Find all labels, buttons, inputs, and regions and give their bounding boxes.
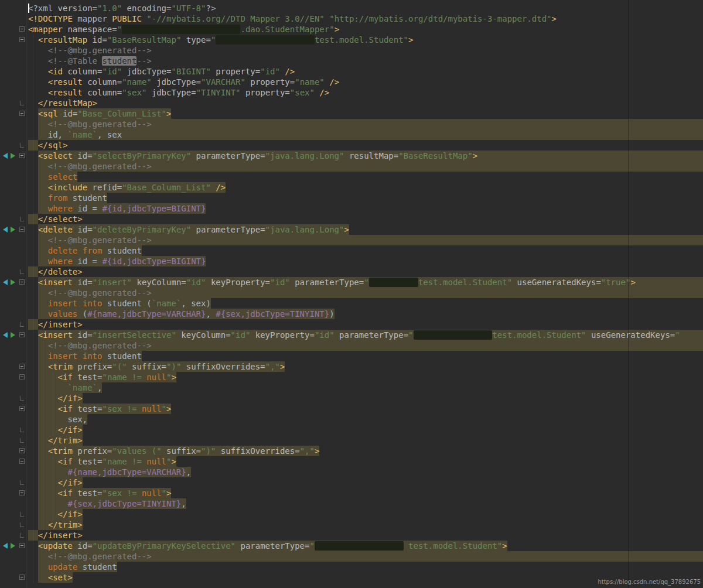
code-line[interactable]: </delete> — [28, 266, 703, 277]
fold-end-marker-icon[interactable] — [20, 396, 24, 401]
code-line[interactable]: </insert> — [28, 530, 703, 541]
gutter-row — [0, 224, 26, 235]
token-val: "TINYINT" — [196, 88, 241, 97]
code-line[interactable]: </sql> — [28, 140, 703, 151]
fold-start-marker-icon[interactable] — [19, 37, 25, 42]
fold-start-marker-icon[interactable] — [19, 26, 25, 32]
code-line[interactable]: <!--@mbg.generated--> — [28, 235, 703, 245]
code-lines: <?xml version="1.0" encoding="UTF-8"?><!… — [28, 3, 703, 583]
code-line[interactable]: </if> — [28, 393, 703, 404]
code-line[interactable]: <if test="name != null"> — [28, 372, 703, 382]
code-line[interactable]: <result column="name" jdbcType="VARCHAR"… — [28, 77, 703, 87]
fold-end-marker-icon[interactable] — [20, 522, 24, 527]
code-line[interactable]: insert into student (`name`, sex) — [28, 298, 703, 309]
code-line[interactable]: from student — [28, 193, 703, 203]
code-line[interactable]: </trim> — [28, 435, 703, 446]
mybatis-interface-arrow-icon[interactable] — [3, 153, 8, 159]
mybatis-statement-arrow-icon[interactable] — [11, 153, 15, 159]
code-line[interactable]: <!--@mbg.generated--> — [28, 119, 703, 129]
fold-end-marker-icon[interactable] — [20, 322, 24, 327]
fold-start-marker-icon[interactable] — [19, 364, 25, 369]
code-line[interactable]: #{name,jdbcType=VARCHAR}, — [28, 467, 703, 477]
code-line[interactable]: <!--@mbg.generated--> — [28, 161, 703, 172]
fold-end-marker-icon[interactable] — [20, 101, 24, 105]
code-line[interactable]: delete from student — [28, 245, 703, 256]
fold-end-marker-icon[interactable] — [20, 428, 24, 432]
fold-start-marker-icon[interactable] — [19, 490, 25, 495]
code-line[interactable]: select — [28, 172, 703, 182]
code-line[interactable]: <id column="id" jdbcType="BIGINT" proper… — [28, 66, 703, 77]
code-line[interactable]: </trim> — [28, 519, 703, 530]
code-line[interactable]: insert into student — [28, 351, 703, 361]
code-line[interactable]: <include refid="Base_Column_List" /> — [28, 182, 703, 193]
fold-start-marker-icon[interactable] — [19, 448, 25, 453]
code-line[interactable]: `name`, — [28, 382, 703, 393]
mybatis-statement-arrow-icon[interactable] — [11, 227, 15, 233]
fold-end-marker-icon[interactable] — [20, 143, 24, 148]
mybatis-statement-arrow-icon[interactable] — [11, 543, 15, 549]
mybatis-interface-arrow-icon[interactable] — [3, 543, 8, 549]
code-line[interactable]: <result column="sex" jdbcType="TINYINT" … — [28, 87, 703, 98]
code-line[interactable]: <insert id="insertSelective" keyColumn="… — [28, 330, 703, 340]
code-text: <!DOCTYPE mapper PUBLIC "-//mybatis.org/… — [28, 14, 557, 23]
gutter-row — [0, 361, 26, 372]
code-line[interactable]: <resultMap id="BaseResultMap" type="████… — [28, 35, 703, 45]
fold-end-marker-icon[interactable] — [20, 217, 24, 221]
fold-end-marker-icon[interactable] — [20, 480, 24, 485]
token-tag: <resultMap — [28, 35, 93, 45]
code-line[interactable]: <!--@mbg.generated--> — [28, 45, 703, 56]
fold-start-marker-icon[interactable] — [19, 111, 25, 116]
code-line[interactable]: </if> — [28, 477, 703, 488]
fold-start-marker-icon[interactable] — [19, 279, 25, 285]
fold-start-marker-icon[interactable] — [19, 543, 25, 548]
code-line[interactable]: <mapper namespace="█████████████████████… — [28, 24, 703, 35]
fold-start-marker-icon[interactable] — [19, 575, 25, 580]
code-line[interactable]: </resultMap> — [28, 98, 703, 108]
code-line[interactable]: sex, — [28, 414, 703, 425]
token-kw: null — [146, 372, 166, 382]
code-line[interactable]: </if> — [28, 425, 703, 435]
code-line[interactable]: </if> — [28, 509, 703, 519]
fold-start-marker-icon[interactable] — [19, 227, 25, 232]
fold-start-marker-icon[interactable] — [19, 459, 25, 464]
fold-end-marker-icon[interactable] — [20, 533, 24, 538]
mybatis-statement-arrow-icon[interactable] — [11, 332, 15, 338]
mybatis-interface-arrow-icon[interactable] — [3, 332, 8, 338]
fold-end-marker-icon[interactable] — [20, 269, 24, 274]
fold-start-marker-icon[interactable] — [19, 406, 25, 411]
code-line[interactable]: <insert id="insert" keyColumn="id" keyPr… — [28, 277, 703, 288]
code-line[interactable]: </select> — [28, 214, 703, 224]
code-line[interactable]: <!--@mbg.generated--> — [28, 340, 703, 351]
fold-start-marker-icon[interactable] — [19, 153, 25, 158]
fold-end-marker-icon[interactable] — [20, 512, 24, 517]
code-line[interactable]: <select id="selectByPrimaryKey" paramete… — [28, 151, 703, 161]
code-line[interactable]: where id = #{id,jdbcType=BIGINT} — [28, 203, 703, 214]
code-line[interactable]: <!--@mbg.generated--> — [28, 551, 703, 562]
code-line[interactable]: <delete id="deleteByPrimaryKey" paramete… — [28, 224, 703, 235]
fold-start-marker-icon[interactable] — [19, 332, 25, 337]
fold-end-marker-icon[interactable] — [20, 438, 24, 443]
code-line[interactable]: <!DOCTYPE mapper PUBLIC "-//mybatis.org/… — [28, 13, 703, 24]
code-line[interactable]: values (#{name,jdbcType=VARCHAR}, #{sex,… — [28, 309, 703, 319]
code-line[interactable]: <?xml version="1.0" encoding="UTF-8"?> — [28, 3, 703, 13]
code-line[interactable]: where id = #{id,jdbcType=BIGINT} — [28, 256, 703, 266]
token-val: " — [364, 278, 368, 287]
code-line[interactable]: <if test="sex != null"> — [28, 488, 703, 498]
mybatis-statement-arrow-icon[interactable] — [11, 279, 15, 285]
mybatis-interface-arrow-icon[interactable] — [3, 227, 8, 233]
code-line[interactable]: <!--@Table student--> — [28, 56, 703, 66]
editor-code-area[interactable]: <?xml version="1.0" encoding="UTF-8"?><!… — [27, 0, 703, 588]
code-line[interactable]: <update id="updateByPrimaryKeySelective"… — [28, 541, 703, 551]
code-line[interactable]: <!--@mbg.generated--> — [28, 288, 703, 298]
code-line[interactable]: update student — [28, 562, 703, 572]
fold-start-marker-icon[interactable] — [19, 374, 25, 380]
code-line[interactable]: <trim prefix="values (" suffix=")" suffi… — [28, 446, 703, 456]
code-line[interactable]: <trim prefix="(" suffix=")" suffixOverri… — [28, 361, 703, 372]
code-line[interactable]: id, `name`, sex — [28, 129, 703, 140]
code-line[interactable]: #{sex,jdbcType=TINYINT}, — [28, 498, 703, 509]
code-line[interactable]: <if test="name != null"> — [28, 456, 703, 467]
code-line[interactable]: <if test="sex != null"> — [28, 404, 703, 414]
mybatis-interface-arrow-icon[interactable] — [3, 279, 8, 285]
code-line[interactable]: <sql id="Base_Column_List"> — [28, 108, 703, 119]
code-line[interactable]: </insert> — [28, 319, 703, 330]
